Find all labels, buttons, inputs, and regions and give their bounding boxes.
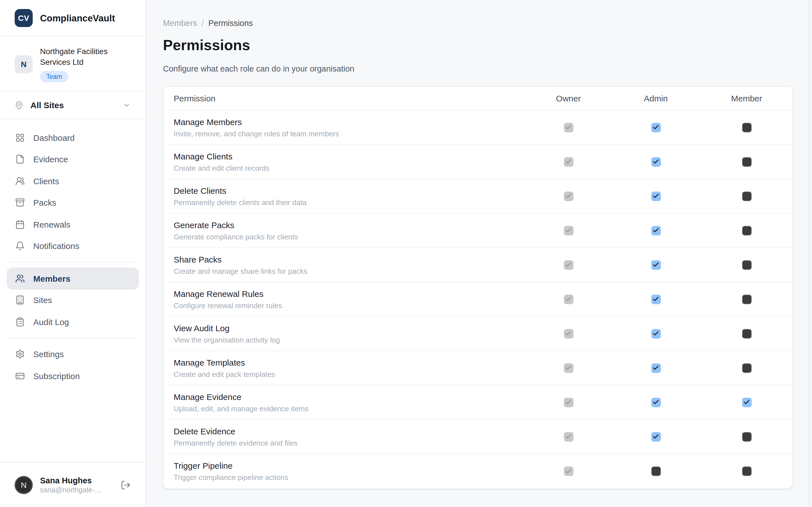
- permission-title: Manage Clients: [174, 151, 526, 162]
- clipboard-list-icon: [15, 317, 25, 327]
- sidebar-item-label: Audit Log: [33, 317, 69, 327]
- permission-title: Manage Templates: [174, 357, 526, 368]
- breadcrumb-separator: /: [202, 18, 204, 28]
- check-icon: [652, 434, 659, 440]
- table-row: Delete ClientsPermanently delete clients…: [163, 179, 792, 214]
- permission-title: Delete Evidence: [174, 426, 526, 437]
- share-packs-admin-checkbox[interactable]: [651, 260, 661, 270]
- permission-title: Trigger Pipeline: [174, 460, 526, 471]
- sidebar-divider: [8, 338, 138, 338]
- manage-evidence-member-checkbox[interactable]: [742, 398, 751, 407]
- manage-members-member-checkbox[interactable]: [742, 123, 751, 132]
- table-header-row: Permission Owner Admin Member: [163, 87, 792, 111]
- view-audit-log-admin-checkbox[interactable]: [651, 329, 661, 339]
- manage-renewal-rules-member-checkbox[interactable]: [742, 295, 751, 304]
- page-subtitle: Configure what each role can do in your …: [163, 64, 793, 74]
- table-row: Generate PacksGenerate compliance packs …: [163, 214, 792, 248]
- table-row: Manage ClientsCreate and edit client rec…: [163, 145, 792, 179]
- user-avatar: N: [15, 476, 33, 494]
- logout-button[interactable]: [119, 478, 132, 491]
- scrollbar-track[interactable]: [808, 0, 812, 507]
- manage-members-owner-checkbox: [564, 123, 573, 132]
- main-content: Members / Permissions Permissions Config…: [146, 0, 812, 507]
- check-icon: [652, 193, 659, 200]
- user-email: sana@northgate-…: [40, 485, 107, 494]
- delete-evidence-admin-checkbox[interactable]: [651, 432, 661, 442]
- sidebar-item-label: Renewals: [33, 220, 70, 229]
- sidebar-item-label: Subscription: [33, 371, 80, 381]
- check-icon: [565, 434, 572, 440]
- sidebar-item-label: Dashboard: [33, 133, 75, 143]
- layout-grid-icon: [15, 133, 25, 143]
- generate-packs-member-checkbox[interactable]: [742, 226, 751, 235]
- check-icon: [565, 330, 572, 337]
- manage-evidence-owner-checkbox: [564, 398, 573, 407]
- organisation-card: N Northgate Facilities Services Ltd Team: [0, 37, 146, 91]
- site-selector[interactable]: All Sites: [0, 91, 146, 119]
- sidebar-item-notifications[interactable]: Notifications: [7, 235, 139, 257]
- permission-title: Share Packs: [174, 254, 526, 265]
- permission-title: Delete Clients: [174, 185, 526, 196]
- page-title: Permissions: [163, 36, 793, 54]
- sidebar-item-packs[interactable]: Packs: [7, 192, 139, 214]
- share-packs-member-checkbox[interactable]: [742, 260, 751, 270]
- site-selector-label: All Sites: [31, 100, 116, 110]
- permission-title: Manage Renewal Rules: [174, 288, 526, 299]
- table-row: View Audit LogView the organisation acti…: [163, 317, 792, 351]
- check-icon: [652, 227, 659, 234]
- brand-header: CV ComplianceVault: [0, 0, 146, 37]
- sidebar-item-label: Packs: [33, 198, 56, 208]
- check-icon: [565, 468, 572, 475]
- manage-clients-member-checkbox[interactable]: [742, 157, 751, 167]
- sidebar-item-clients[interactable]: Clients: [7, 170, 139, 192]
- trigger-pipeline-member-checkbox[interactable]: [742, 467, 751, 476]
- credit-card-icon: [15, 371, 25, 381]
- manage-templates-member-checkbox[interactable]: [742, 363, 751, 373]
- chevron-down-icon: [122, 101, 131, 109]
- manage-members-admin-checkbox[interactable]: [651, 123, 661, 132]
- sidebar-item-label: Members: [33, 274, 70, 283]
- manage-renewal-rules-owner-checkbox: [564, 295, 573, 304]
- sidebar-item-renewals[interactable]: Renewals: [7, 214, 139, 235]
- app-window: CV ComplianceVault N Northgate Facilitie…: [0, 0, 812, 507]
- organisation-name-line2: Services Ltd: [40, 57, 108, 68]
- sidebar-item-audit-log[interactable]: Audit Log: [7, 311, 139, 333]
- delete-evidence-member-checkbox[interactable]: [742, 432, 751, 442]
- table-row: Manage TemplatesCreate and edit pack tem…: [163, 351, 792, 386]
- breadcrumb-members-link[interactable]: Members: [163, 18, 197, 28]
- sidebar-item-members[interactable]: Members: [7, 268, 139, 289]
- manage-evidence-admin-checkbox[interactable]: [651, 398, 661, 407]
- calendar-icon: [15, 220, 25, 229]
- check-icon: [652, 399, 659, 406]
- sidebar-item-sites[interactable]: Sites: [7, 289, 139, 311]
- view-audit-log-member-checkbox[interactable]: [742, 329, 751, 339]
- organisation-avatar: N: [15, 55, 33, 73]
- sidebar-item-subscription[interactable]: Subscription: [7, 365, 139, 387]
- permission-description: Permanently delete evidence and files: [174, 439, 526, 448]
- delete-clients-admin-checkbox[interactable]: [651, 191, 661, 201]
- manage-templates-admin-checkbox[interactable]: [651, 363, 661, 373]
- brand-logo: CV: [15, 9, 33, 27]
- sidebar-item-dashboard[interactable]: Dashboard: [7, 127, 139, 149]
- trigger-pipeline-owner-checkbox: [564, 467, 573, 476]
- sidebar-item-settings[interactable]: Settings: [7, 343, 139, 365]
- column-header-admin: Admin: [644, 94, 668, 103]
- check-icon: [565, 262, 572, 269]
- delete-clients-owner-checkbox: [564, 191, 573, 201]
- sidebar-item-evidence[interactable]: Evidence: [7, 149, 139, 170]
- check-icon: [565, 296, 572, 303]
- table-row: Manage MembersInvite, remove, and change…: [163, 111, 792, 145]
- permission-description: Permanently delete clients and their dat…: [174, 198, 526, 207]
- check-icon: [565, 227, 572, 234]
- team-badge: Team: [40, 71, 68, 82]
- manage-renewal-rules-admin-checkbox[interactable]: [651, 295, 661, 304]
- permission-description: Upload, edit, and manage evidence items: [174, 404, 526, 413]
- trigger-pipeline-admin-checkbox[interactable]: [651, 467, 661, 476]
- check-icon: [652, 262, 659, 269]
- permission-description: Invite, remove, and change roles of team…: [174, 129, 526, 138]
- manage-clients-admin-checkbox[interactable]: [651, 157, 661, 167]
- delete-clients-member-checkbox[interactable]: [742, 191, 751, 201]
- sidebar: CV ComplianceVault N Northgate Facilitie…: [0, 0, 146, 507]
- generate-packs-admin-checkbox[interactable]: [651, 226, 661, 235]
- permission-title: Manage Members: [174, 117, 526, 127]
